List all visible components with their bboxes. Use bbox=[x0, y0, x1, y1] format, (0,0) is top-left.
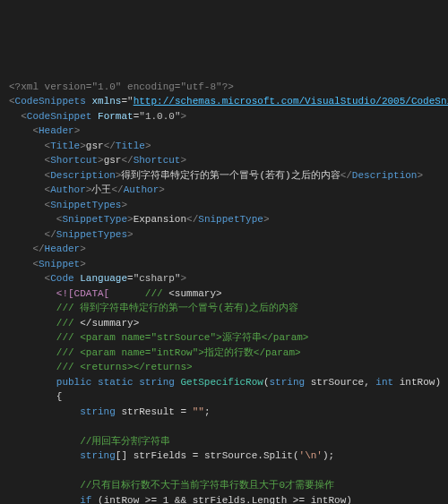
cdata-open: <![CDATA[ bbox=[56, 288, 109, 299]
author-text: 小王 bbox=[91, 184, 111, 195]
title-text: gsr bbox=[86, 141, 104, 151]
xml-declaration: <?xml version="1.0" encoding="utf-8"?> bbox=[9, 81, 234, 92]
comment-cond: //只有目标行数不大于当前字符串行数且大于0才需要操作 bbox=[80, 480, 334, 491]
method-name: GetSpecificRow bbox=[180, 377, 263, 388]
tag-codesnippets-open: CodeSnippets bbox=[15, 96, 86, 107]
comment-split: //用回车分割字符串 bbox=[80, 436, 170, 447]
shortcut-text: gsr bbox=[104, 155, 122, 166]
snippet-type-text: Expansion bbox=[134, 214, 186, 225]
code-view: <?xml version="1.0" encoding="utf-8"?> <… bbox=[9, 64, 439, 504]
xmlns-url: http://schemas.microsoft.com/VisualStudi… bbox=[134, 96, 448, 107]
xmldoc-summary: /// 得到字符串特定行的第一个冒号(若有)之后的内容 bbox=[56, 303, 299, 313]
description-text: 得到字符串特定行的第一个冒号(若有)之后的内容 bbox=[121, 170, 340, 181]
